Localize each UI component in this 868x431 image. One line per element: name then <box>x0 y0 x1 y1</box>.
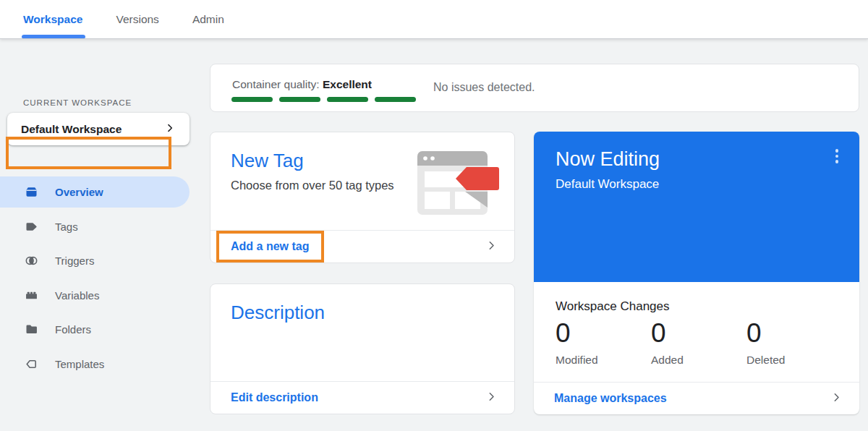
page-content: CURRENT WORKSPACE Default Workspace Over… <box>0 39 868 431</box>
add-new-tag-link[interactable]: Add a new tag <box>231 240 309 253</box>
sidebar-item-tags[interactable]: Tags <box>0 211 190 242</box>
new-tag-card: New Tag Choose from over 50 tag types Ad… <box>210 132 515 263</box>
tab-admin[interactable]: Admin <box>192 0 224 38</box>
tag-icon <box>23 219 39 235</box>
now-editing-card: Now Editing Default Workspace Workspace … <box>534 132 859 414</box>
stat-value: 0 <box>651 318 746 349</box>
top-tabs: Workspace Versions Admin <box>0 0 868 38</box>
now-editing-header: Now Editing Default Workspace <box>534 132 859 282</box>
edit-description-link[interactable]: Edit description <box>231 391 318 404</box>
folder-icon <box>23 322 39 338</box>
quality-message: No issues detected. <box>433 81 535 94</box>
quality-score-bars <box>231 97 416 102</box>
stat-value: 0 <box>556 318 651 349</box>
workspace-selector[interactable]: Default Workspace <box>7 113 190 145</box>
edit-description-row[interactable]: Edit description <box>210 381 514 414</box>
manage-workspaces-link[interactable]: Manage workspaces <box>554 392 667 405</box>
variables-brick-icon <box>23 288 39 304</box>
container-quality-banner: Container quality: Excellent No issues d… <box>210 64 859 112</box>
sidebar-item-label: Tags <box>55 221 78 233</box>
triggers-icon <box>23 253 39 269</box>
tab-workspace[interactable]: Workspace <box>23 0 82 38</box>
stat-deleted: 0 Deleted <box>746 318 785 367</box>
sidebar-item-templates[interactable]: Templates <box>0 349 190 380</box>
chevron-right-icon <box>486 240 497 254</box>
workspace-box-icon <box>23 184 39 200</box>
add-new-tag-row[interactable]: Add a new tag <box>210 230 514 263</box>
stat-label: Deleted <box>746 354 785 367</box>
new-tag-subtitle: Choose from over 50 tag types <box>231 176 408 195</box>
container-quality-label: Container quality: <box>232 78 320 90</box>
quality-bar <box>231 97 273 102</box>
template-tag-icon <box>23 357 39 372</box>
description-title: Description <box>231 302 325 324</box>
new-tag-illustration-icon <box>414 145 503 223</box>
tab-versions[interactable]: Versions <box>116 0 158 38</box>
container-quality-value: Excellent <box>323 78 372 90</box>
now-editing-title: Now Editing <box>556 148 660 171</box>
container-quality-text: Container quality: Excellent <box>232 78 372 91</box>
stat-value: 0 <box>746 318 785 349</box>
new-tag-title: New Tag <box>231 150 304 172</box>
chevron-right-icon <box>165 123 175 136</box>
now-editing-workspace-name: Default Workspace <box>556 177 659 192</box>
more-options-kebab-icon[interactable] <box>830 149 843 168</box>
quality-bar <box>327 97 368 102</box>
current-workspace-label: CURRENT WORKSPACE <box>23 98 132 107</box>
sidebar: CURRENT WORKSPACE Default Workspace Over… <box>0 78 190 431</box>
sidebar-item-folders[interactable]: Folders <box>0 314 190 345</box>
stat-added: 0 Added <box>651 318 746 367</box>
active-tab-indicator <box>22 35 85 38</box>
sidebar-item-variables[interactable]: Variables <box>0 280 190 311</box>
quality-bar <box>375 97 416 102</box>
sidebar-item-overview[interactable]: Overview <box>0 176 190 208</box>
workspace-selector-name: Default Workspace <box>21 123 122 136</box>
sidebar-item-triggers[interactable]: Triggers <box>0 245 190 276</box>
top-nav-bar: Workspace Versions Admin <box>0 0 868 39</box>
stat-label: Modified <box>556 354 651 367</box>
sidebar-item-label: Overview <box>55 186 103 198</box>
stat-label: Added <box>651 354 746 367</box>
sidebar-item-label: Triggers <box>55 255 94 267</box>
description-card: Description Edit description <box>210 283 515 414</box>
stat-modified: 0 Modified <box>556 318 651 367</box>
sidebar-item-label: Templates <box>55 358 104 370</box>
manage-workspaces-row[interactable]: Manage workspaces <box>534 382 859 414</box>
sidebar-item-label: Folders <box>55 323 91 336</box>
chevron-right-icon <box>486 391 497 405</box>
workspace-changes-stats: 0 Modified 0 Added 0 Deleted <box>556 318 785 367</box>
sidebar-item-label: Variables <box>55 289 99 302</box>
workspace-changes-title: Workspace Changes <box>556 299 670 314</box>
chevron-right-icon <box>831 392 842 406</box>
quality-bar <box>279 97 320 102</box>
